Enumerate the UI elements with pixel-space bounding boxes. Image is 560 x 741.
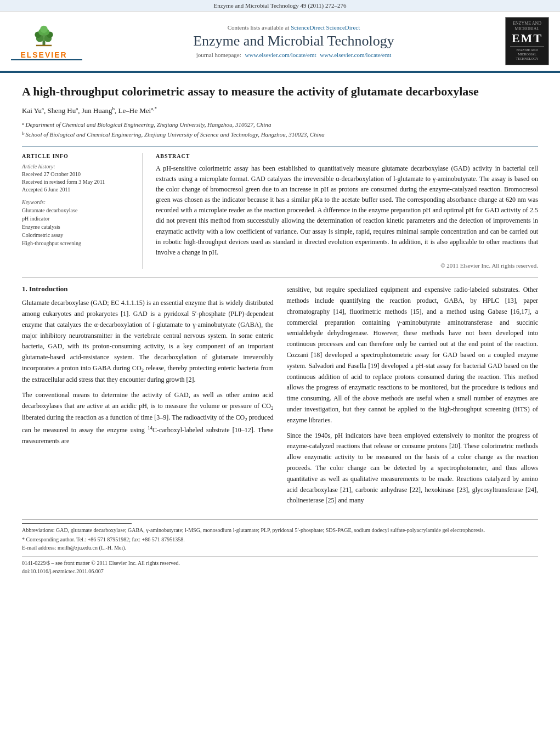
footnotes: Abbreviations: GAD, glutamate decarboxyl… [22, 519, 538, 575]
footnote-divider-line [22, 523, 132, 524]
history-group: Article history: Received 27 October 201… [22, 163, 133, 194]
keywords-label: Keywords: [22, 199, 133, 205]
journal-info-center: Contents lists available at ScienceDirec… [82, 24, 505, 58]
article-info-panel: ARTICLE INFO Article history: Received 2… [22, 153, 143, 269]
sciencedirect-link-text[interactable]: ScienceDirect [326, 24, 360, 31]
received-date: Received 27 October 2010 [22, 171, 133, 178]
footer-bar: 0141-0229/$ – see front matter © 2011 El… [22, 556, 538, 575]
homepage-line: journal homepage: www.elsevier.com/locat… [82, 52, 505, 58]
body-divider [22, 278, 538, 278]
intro-para2: The conventional means to determine the … [22, 390, 274, 447]
keyword-5: High-throughput screening [22, 239, 133, 247]
right-column: sensitive, but require specialized equip… [287, 285, 539, 511]
email-note: E-mail address: meilh@zju.edu.cn (L.-H. … [22, 544, 538, 552]
elsevier-logo: ELSEVIER [11, 22, 82, 60]
contents-text: Contents lists available at [228, 24, 290, 31]
section1-title: 1. Introduction [22, 285, 274, 293]
copyright-line: © 2011 Elsevier Inc. All rights reserved… [156, 262, 538, 269]
affiliation-a: a Department of Chemical and Biological … [22, 120, 538, 129]
emt-logo: ENZYME ANDMICROBIAL EMT ENZYME ANDMICROB… [505, 17, 549, 65]
left-column: 1. Introduction Glutamate decarboxylase … [22, 285, 274, 511]
history-label: Article history: [22, 163, 133, 169]
affiliation-b: b School of Biological and Chemical Engi… [22, 130, 538, 139]
journal-citation: Enzyme and Microbial Technology 49 (2011… [214, 2, 347, 9]
keywords-list: Glutamate decarboxylase pH indicator Enz… [22, 206, 133, 247]
info-abstract-section: ARTICLE INFO Article history: Received 2… [22, 153, 538, 269]
journal-title: Enzyme and Microbial Technology [82, 33, 505, 49]
emt-abbr: EMT [510, 32, 544, 44]
aff-a-text: Department of Chemical and Biological En… [26, 120, 271, 129]
intro-para1: Glutamate decarboxylase (GAD; EC 4.1.1.1… [22, 298, 274, 386]
doi-line: doi:10.1016/j.enzmictec.2011.06.007 [22, 567, 538, 575]
contents-line: Contents lists available at ScienceDirec… [82, 24, 505, 31]
abstract-text: A pH-sensitive colorimetric assay has be… [156, 163, 538, 258]
aff-b-text: School of Biological and Chemical Engine… [26, 130, 325, 139]
keyword-1: Glutamate decarboxylase [22, 206, 133, 214]
top-bar: Enzyme and Microbial Technology 49 (2011… [0, 0, 560, 12]
abstract-heading: ABSTRACT [156, 153, 538, 159]
keyword-3: Enzyme catalysis [22, 223, 133, 231]
two-col-body: 1. Introduction Glutamate decarboxylase … [22, 285, 538, 511]
sciencedirect-link[interactable]: ScienceDirect [291, 24, 325, 31]
aff-a-superscript: a [22, 120, 25, 129]
footer-copyright: 0141-0229/$ – see front matter © 2011 El… [22, 559, 538, 567]
emt-full-text: ENZYME ANDMICROBIALTECHNOLOGY [510, 48, 544, 61]
svg-rect-9 [36, 44, 52, 46]
journal-header: ELSEVIER Contents lists available at Sci… [0, 12, 560, 72]
main-content: A high-throughput colorimetric assay to … [0, 73, 560, 587]
elsevier-wordmark: ELSEVIER [20, 50, 67, 59]
keyword-2: pH indicator [22, 214, 133, 223]
and-text: and [338, 496, 347, 504]
emt-subtitle: ENZYME ANDMICROBIAL [510, 21, 544, 31]
abstract-panel: ABSTRACT A pH-sensitive colorimetric ass… [156, 153, 538, 269]
intro-para3: sensitive, but require specialized equip… [287, 285, 539, 426]
aff-b-superscript: b [22, 130, 25, 139]
homepage-link-text[interactable]: www.elsevier.com/locate/emt [320, 52, 391, 58]
elsevier-tree-icon [27, 22, 60, 49]
emt-separator [510, 46, 544, 47]
authors-line: Kai Yua, Sheng Hua, Jun Huangb, Le–He Me… [22, 106, 538, 115]
homepage-label: journal homepage: [196, 52, 241, 58]
keywords-group: Keywords: Glutamate decarboxylase pH ind… [22, 199, 133, 247]
keyword-4: Colorimetric assay [22, 231, 133, 239]
intro-para4: Since the 1940s, pH indicators have been… [287, 431, 539, 507]
corresponding-note: * Corresponding author. Tel.: +86 571 87… [22, 535, 538, 544]
article-title: A high-throughput colorimetric assay to … [22, 84, 538, 100]
revised-date: Received in revised form 3 May 2011 [22, 178, 133, 186]
affiliations: a Department of Chemical and Biological … [22, 120, 538, 139]
accepted-date: Accepted 6 June 2011 [22, 186, 133, 194]
article-info-heading: ARTICLE INFO [22, 153, 133, 159]
abbreviations-note: Abbreviations: GAD, glutamate decarboxyl… [22, 526, 538, 534]
svg-point-8 [40, 25, 47, 32]
pre-info-divider [22, 146, 538, 146]
homepage-link[interactable]: www.elsevier.com/locate/emt [245, 52, 316, 58]
